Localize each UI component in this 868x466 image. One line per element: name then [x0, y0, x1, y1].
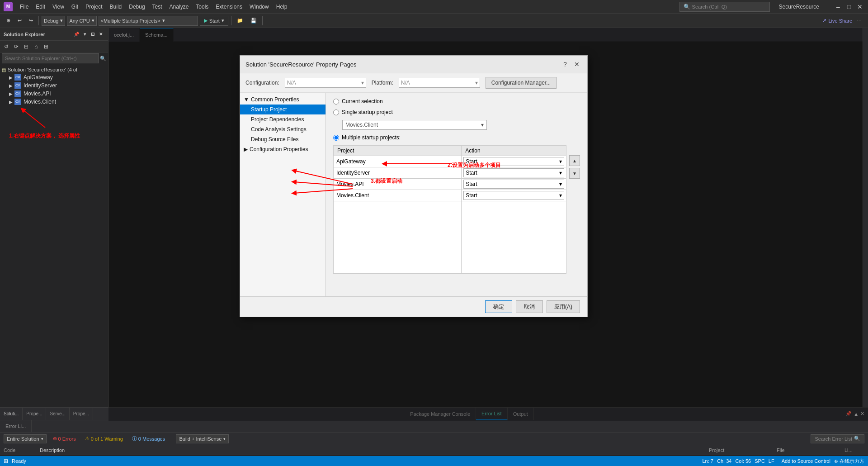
- radio-multiple-input[interactable]: [333, 135, 339, 141]
- move-up-btn[interactable]: ▲: [569, 155, 580, 166]
- minimize-btn[interactable]: –: [834, 2, 843, 11]
- platform-dropdown[interactable]: Any CPU ▾: [67, 16, 96, 26]
- config-manager-btn[interactable]: Configuration Manager...: [486, 77, 557, 89]
- col-line[interactable]: Li...: [841, 447, 868, 453]
- menu-project[interactable]: Project: [82, 2, 106, 12]
- tree-item-moviesapi[interactable]: ▶ C# Movies.API: [0, 90, 108, 98]
- solution-search-input[interactable]: [2, 53, 99, 63]
- col-description[interactable]: Description: [36, 447, 705, 453]
- cancel-btn[interactable]: 取消: [516, 300, 543, 313]
- menu-git[interactable]: Git: [68, 2, 82, 12]
- startup-project-dropdown[interactable]: <Multiple Startup Projects> ▾: [99, 16, 198, 26]
- live-share-btn[interactable]: ↗ Live Share: [822, 18, 852, 24]
- action-cell: Start▾: [462, 167, 566, 179]
- menu-debug[interactable]: Debug: [125, 2, 148, 12]
- radio-single-startup[interactable]: Single startup project: [333, 109, 580, 115]
- ok-btn[interactable]: 确定: [485, 300, 512, 313]
- sol-tab-2[interactable]: Serve...: [46, 408, 69, 420]
- tree-debug-source[interactable]: Debug Source Files: [240, 134, 326, 144]
- start-btn[interactable]: ▶ Start ▾: [200, 16, 228, 26]
- menu-help[interactable]: Help: [273, 2, 291, 12]
- toolbar: ⊕ ↩ ↪ Debug ▾ Any CPU ▾ <Multiple Startu…: [0, 14, 868, 28]
- messages-badge[interactable]: ⓘ 0 Messages: [129, 435, 168, 442]
- tree-common-properties[interactable]: ▼ Common Properties: [240, 95, 326, 105]
- undo-btn[interactable]: ↩: [15, 15, 24, 26]
- tree-item-label: Configuration Properties: [250, 146, 308, 152]
- debug-config-dropdown[interactable]: Debug ▾: [42, 16, 65, 26]
- new-project-btn[interactable]: ⊕: [4, 15, 13, 26]
- global-search-box[interactable]: 🔍 Search (Ctrl+Q): [679, 2, 770, 12]
- menu-window[interactable]: Window: [246, 2, 273, 12]
- tree-item-solution[interactable]: ▤ Solution 'SecureResource' (4 of: [0, 66, 108, 73]
- expand-status-icon[interactable]: ⊞: [4, 458, 8, 464]
- action-dropdown-1[interactable]: Start▾: [463, 168, 564, 177]
- open-file-btn[interactable]: 📁: [234, 15, 246, 26]
- line-info: Ln: 7: [702, 458, 713, 464]
- solution-explorer-title-bar: Solution Explorer 📌 ▾ ⊡ ✕: [0, 28, 108, 41]
- col-project[interactable]: Project: [705, 447, 773, 453]
- build-filter-label: Build + IntelliSense: [179, 436, 222, 442]
- warnings-badge[interactable]: ⚠ 0 of 1 Warning: [82, 435, 126, 442]
- action-dropdown-2[interactable]: Start▾: [463, 180, 564, 189]
- dropdown-panel-btn[interactable]: ▾: [81, 31, 88, 38]
- dialog-close-btn[interactable]: ✕: [572, 59, 582, 69]
- home-btn[interactable]: ⌂: [32, 42, 41, 51]
- sol-tab-0[interactable]: Soluti...: [0, 408, 23, 420]
- save-btn[interactable]: 💾: [248, 15, 259, 26]
- filter-btn[interactable]: ⊞: [42, 42, 51, 51]
- move-down-btn[interactable]: ▼: [569, 168, 580, 179]
- radio-multiple-startup[interactable]: Multiple startup projects:: [333, 134, 580, 141]
- redo-btn[interactable]: ↪: [26, 15, 36, 26]
- menu-test[interactable]: Test: [149, 2, 166, 12]
- platform-dropdown[interactable]: N/A▾: [399, 78, 480, 88]
- menu-file[interactable]: File: [16, 2, 32, 12]
- action-dropdown-0[interactable]: Start▾: [463, 157, 564, 166]
- app-logo: M: [4, 2, 13, 11]
- menu-view[interactable]: View: [49, 2, 68, 12]
- apply-btn[interactable]: 应用(A): [547, 300, 580, 313]
- csdn-btn[interactable]: ⊕ 在线示力方: [834, 458, 864, 465]
- tree-item-identityserver[interactable]: ▶ C# IdentityServer: [0, 81, 108, 90]
- build-filter-dropdown[interactable]: Build + IntelliSense ▾: [176, 434, 229, 443]
- search-icon: 🔍: [684, 4, 690, 10]
- tree-code-analysis[interactable]: Code Analysis Settings: [240, 124, 326, 134]
- menu-edit[interactable]: Edit: [32, 2, 49, 12]
- col-file[interactable]: File: [773, 447, 841, 453]
- errors-badge[interactable]: ⊗ 0 Errors: [50, 435, 79, 442]
- scope-filter-dropdown[interactable]: Entire Solution ▾: [4, 434, 47, 443]
- tree-item-apigateway[interactable]: ▶ C# ApiGateway: [0, 73, 108, 81]
- menu-analyze[interactable]: Analyze: [166, 2, 193, 12]
- radio-current-input[interactable]: [333, 99, 339, 105]
- tree-project-deps[interactable]: Project Dependencies: [240, 114, 326, 124]
- dialog-title: Solution 'SecureResource' Property Pages: [245, 61, 357, 68]
- radio-single-input[interactable]: [333, 109, 339, 115]
- col-code[interactable]: Code: [0, 447, 36, 453]
- menu-build[interactable]: Build: [106, 2, 126, 12]
- close-panel-btn[interactable]: ✕: [97, 31, 104, 38]
- sync-btn[interactable]: ↺: [2, 42, 11, 51]
- dialog-help-btn[interactable]: ?: [560, 59, 570, 69]
- tree-config-properties[interactable]: ▶ Configuration Properties: [240, 144, 326, 154]
- sol-tab-1[interactable]: Prope...: [23, 408, 46, 420]
- expand-toolbar-btn[interactable]: ⋯: [854, 15, 864, 26]
- enc-info: SPC: [755, 458, 765, 464]
- restore-btn[interactable]: □: [844, 2, 854, 11]
- collapse-all-btn[interactable]: ⊟: [22, 42, 31, 51]
- tab-error-list[interactable]: Error Li...: [0, 420, 32, 433]
- menu-tools[interactable]: Tools: [192, 2, 212, 12]
- sol-tab-3[interactable]: Prope...: [70, 408, 93, 420]
- close-btn[interactable]: ✕: [855, 2, 864, 11]
- tree-arrow-icon: ▼: [244, 96, 249, 103]
- dock-btn[interactable]: ⊡: [89, 31, 96, 38]
- menu-extensions[interactable]: Extensions: [212, 2, 246, 12]
- add-to-source[interactable]: Add to Source Control: [782, 458, 830, 464]
- config-dropdown[interactable]: N/A▾: [285, 78, 366, 88]
- tree-item-moviesclient[interactable]: ▶ C# Movies.Client: [0, 98, 108, 106]
- single-project-dropdown[interactable]: Movies.Client ▾: [342, 120, 487, 130]
- refresh-btn[interactable]: ⟳: [12, 42, 21, 51]
- action-dropdown-3[interactable]: Start▾: [463, 191, 564, 200]
- tree-startup-project[interactable]: Startup Project: [240, 105, 326, 114]
- pin-btn[interactable]: 📌: [73, 31, 80, 38]
- radio-current-selection[interactable]: Current selection: [333, 98, 580, 105]
- error-search-box[interactable]: Search Error List 🔍: [811, 434, 864, 443]
